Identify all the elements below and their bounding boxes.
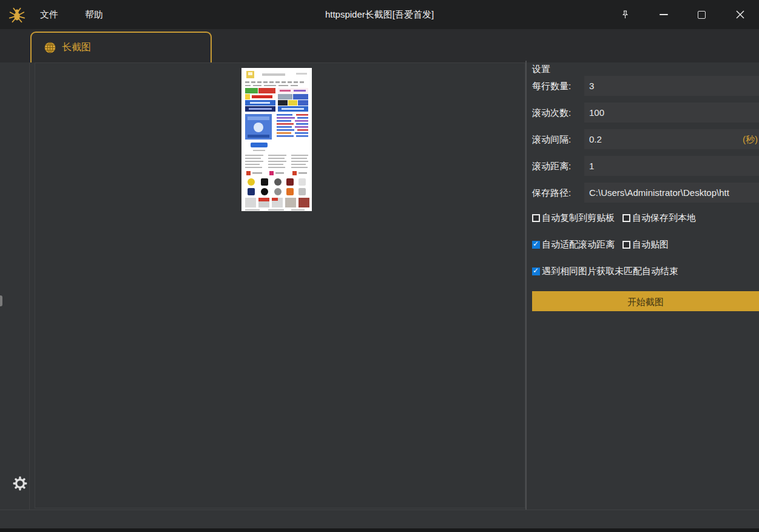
checkbox-auto-adapt-scroll-distance[interactable]: 自动适配滚动距离 <box>532 239 615 251</box>
per-line-count-label: 每行数量: <box>532 76 571 96</box>
field-row-scroll-interval: 滚动间隔: (秒) <box>532 129 759 149</box>
save-path-label: 保存路径: <box>532 183 571 203</box>
footer-divider <box>0 510 759 510</box>
checkbox-label: 自动保存到本地 <box>632 212 696 224</box>
settings-panel: 设置 每行数量: 滚动次数: 滚动间隔: (秒) 滚动距离: 保存路径: 自动复… <box>532 62 759 510</box>
left-sidebar <box>0 62 30 510</box>
checkbox-box[interactable] <box>622 241 630 249</box>
scroll-count-label: 滚动次数: <box>532 103 571 123</box>
tab-label: 长截图 <box>62 41 91 54</box>
globe-icon <box>44 41 56 54</box>
preview-canvas <box>35 62 525 508</box>
maximize-button[interactable] <box>683 0 721 29</box>
menu-help[interactable]: 帮助 <box>85 9 103 21</box>
close-button[interactable] <box>721 0 759 29</box>
checkbox-label: 自动复制到剪贴板 <box>542 212 615 224</box>
checkbox-end-on-duplicate-image[interactable]: 遇到相同图片获取未匹配自动结束 <box>532 266 678 277</box>
pin-button[interactable] <box>606 0 644 29</box>
scroll-interval-label: 滚动间隔: <box>532 129 571 149</box>
scroll-distance-input[interactable] <box>584 156 759 176</box>
checkbox-box[interactable] <box>532 214 540 222</box>
webpage-thumbnail[interactable] <box>241 68 312 211</box>
splitter-grip[interactable] <box>0 295 2 306</box>
scroll-count-input[interactable] <box>584 103 759 123</box>
checkbox-box[interactable] <box>622 214 630 222</box>
field-row-per-line-count: 每行数量: <box>532 76 759 96</box>
checkbox-label: 自动适配滚动距离 <box>542 239 615 251</box>
settings-header: 设置 <box>532 64 550 75</box>
save-path-input[interactable] <box>584 183 759 203</box>
maximize-icon <box>698 11 706 19</box>
close-icon <box>736 10 744 19</box>
menu-bar: 文件 帮助 <box>40 0 103 29</box>
tab-long-screenshot[interactable]: 长截图 <box>30 32 212 62</box>
checkbox-box[interactable] <box>532 268 540 275</box>
checkbox-auto-save-local[interactable]: 自动保存到本地 <box>622 212 696 224</box>
checkbox-auto-paste-image[interactable]: 自动贴图 <box>622 239 669 251</box>
gear-icon <box>13 476 27 491</box>
field-row-save-path: 保存路径: <box>532 183 759 203</box>
checkbox-label: 遇到相同图片获取未匹配自动结束 <box>542 266 678 277</box>
tab-bar: 长截图 <box>0 29 759 62</box>
minimize-button[interactable] <box>644 0 683 29</box>
settings-button[interactable] <box>12 476 28 491</box>
checkbox-label: 自动贴图 <box>632 239 669 251</box>
checkbox-row-3: 遇到相同图片获取未匹配自动结束 <box>532 265 759 277</box>
scroll-interval-input[interactable] <box>584 129 759 149</box>
minimize-icon <box>659 14 668 15</box>
window-bottom-edge <box>0 528 759 532</box>
per-line-count-input[interactable] <box>584 76 759 96</box>
checkbox-auto-copy-clipboard[interactable]: 自动复制到剪贴板 <box>532 212 615 224</box>
checkbox-box[interactable] <box>532 241 540 249</box>
spider-icon <box>8 5 26 24</box>
window-controls <box>606 0 759 29</box>
checkbox-row-2: 自动适配滚动距离 自动贴图 <box>532 238 759 251</box>
start-capture-button[interactable]: 开始截图 <box>532 291 759 311</box>
menu-file[interactable]: 文件 <box>40 9 58 21</box>
pin-icon <box>620 10 630 20</box>
scroll-distance-label: 滚动距离: <box>532 156 571 176</box>
titlebar: 文件 帮助 httpspider长截图[吾爱首发] <box>0 0 759 29</box>
checkbox-row-1: 自动复制到剪贴板 自动保存到本地 <box>532 212 759 224</box>
seconds-suffix: (秒) <box>743 129 758 149</box>
field-row-scroll-distance: 滚动距离: <box>532 156 759 176</box>
panel-divider <box>525 61 527 510</box>
field-row-scroll-count: 滚动次数: <box>532 103 759 123</box>
